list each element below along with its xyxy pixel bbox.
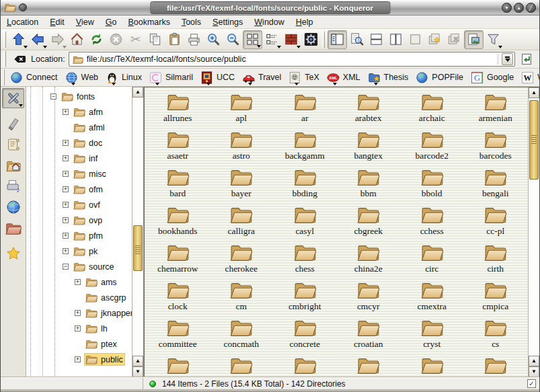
- tree-item-afml[interactable]: afml: [26, 120, 132, 135]
- folder-item-astro[interactable]: astro: [210, 126, 274, 164]
- tree-item-ascgrp[interactable]: ascgrp: [26, 290, 132, 305]
- folder-item-cmbright[interactable]: cmbright: [273, 277, 337, 315]
- tree-item-ams[interactable]: + ams: [26, 274, 132, 290]
- filter-button[interactable]: [484, 30, 503, 49]
- bookmarks-flag-button[interactable]: [2, 114, 24, 134]
- view-scroll-up2-button[interactable]: ▲: [529, 356, 539, 366]
- folder-item-partial[interactable]: [146, 352, 210, 377]
- menu-help[interactable]: Help: [296, 17, 313, 27]
- folder-item-partial[interactable]: [400, 352, 464, 377]
- folder-item-cirth[interactable]: cirth: [464, 239, 528, 277]
- tree-expander[interactable]: +: [63, 109, 69, 115]
- menu-go[interactable]: Go: [106, 17, 117, 27]
- folder-item-partial[interactable]: [273, 352, 337, 377]
- bookmark-linux[interactable]: Linux: [103, 70, 147, 85]
- tree-expander[interactable]: +: [75, 279, 81, 285]
- icon-view-dropdown-caret[interactable]: [257, 45, 261, 48]
- print-button[interactable]: [184, 30, 204, 49]
- folder-item-casyl[interactable]: casyl: [273, 202, 337, 239]
- go-button[interactable]: [518, 51, 535, 67]
- folder-item-cs[interactable]: cs: [464, 315, 528, 352]
- folder-item-bard[interactable]: bard: [146, 164, 210, 202]
- close-button[interactable]: ╱: [526, 3, 536, 13]
- home-button[interactable]: [67, 30, 87, 49]
- folder-item-circ[interactable]: circ: [400, 239, 464, 277]
- tree-expander[interactable]: +: [63, 171, 69, 177]
- tree-scrollbar[interactable]: ▲ ▲ ▼: [132, 87, 143, 377]
- bookbar-drag-handle[interactable]: [3, 69, 5, 85]
- folder-item-allrunes[interactable]: allrunes: [146, 89, 210, 126]
- tree-item-jknappen[interactable]: + jknappen: [26, 305, 132, 321]
- folder-item-chess[interactable]: chess: [273, 239, 337, 277]
- bookmarks-star-button[interactable]: [2, 243, 24, 264]
- folder-item-cchess[interactable]: cchess: [400, 202, 464, 239]
- root-directory-button[interactable]: [2, 218, 24, 238]
- locbar-drag-handle[interactable]: [3, 51, 6, 67]
- window-menu-icon[interactable]: [19, 3, 27, 11]
- up-dropdown-caret[interactable]: [24, 46, 28, 48]
- show-navigation-panel-button[interactable]: [327, 30, 347, 49]
- folder-item-partial[interactable]: [210, 352, 274, 377]
- view-scroll-down-button[interactable]: ▼: [529, 366, 539, 377]
- detail-view-dropdown-caret[interactable]: [297, 46, 301, 48]
- folder-item-cbgreek[interactable]: cbgreek: [337, 202, 401, 239]
- view-scroll-up-button[interactable]: ▲: [529, 87, 539, 98]
- folder-item-arabtex[interactable]: arabtex: [337, 89, 401, 126]
- bookmark-travel[interactable]: Travel: [239, 70, 286, 85]
- toolbar-section-handle[interactable]: [322, 32, 325, 48]
- folder-item-partial[interactable]: [337, 352, 401, 377]
- tree-expander[interactable]: +: [75, 325, 81, 331]
- menu-view[interactable]: View: [76, 17, 94, 27]
- folder-item-cherokee[interactable]: cherokee: [210, 239, 274, 277]
- folder-item-concrete[interactable]: concrete: [273, 315, 337, 352]
- title-bar[interactable]: file:/usr/TeX/texmf-local/fonts/source/p…: [1, 0, 539, 15]
- tree-expander[interactable]: +: [63, 140, 69, 146]
- filter-dropdown-caret[interactable]: [498, 46, 502, 48]
- tree-item-source[interactable]: − source: [26, 259, 132, 274]
- gear-view-button[interactable]: [301, 30, 321, 49]
- bookmark-silmaril[interactable]: Silmaril: [147, 70, 198, 85]
- bookmark-google[interactable]: Google: [468, 70, 518, 85]
- tree-item-ptex[interactable]: ptex: [26, 336, 132, 352]
- folder-item-backgamm[interactable]: backgamm: [273, 126, 337, 164]
- bookmark-wikipedia[interactable]: Wikipedia: [518, 70, 540, 85]
- tree-expander[interactable]: +: [63, 217, 69, 223]
- folder-item-cryst[interactable]: cryst: [400, 315, 464, 352]
- tree-scroll-up-button[interactable]: ▲: [132, 87, 143, 97]
- toolbar-drag-handle[interactable]: [3, 32, 6, 48]
- reload-button[interactable]: [87, 30, 106, 49]
- paste-button[interactable]: [165, 30, 184, 49]
- copy-button[interactable]: [145, 30, 165, 49]
- folder-item-bayer[interactable]: bayer: [210, 164, 274, 202]
- folder-item-cm[interactable]: cm: [210, 277, 274, 315]
- history-button[interactable]: [2, 134, 24, 155]
- location-dropdown-button[interactable]: [502, 53, 513, 65]
- folder-item-ar[interactable]: ar: [273, 89, 337, 126]
- zoom-out-button[interactable]: [223, 30, 243, 49]
- detail-view-button[interactable]: [282, 30, 301, 49]
- tree-expander[interactable]: +: [75, 356, 81, 362]
- folder-item-clock[interactable]: clock: [146, 277, 210, 315]
- tree-expander[interactable]: −: [50, 93, 56, 100]
- tree-item-pfm[interactable]: + pfm: [26, 228, 132, 243]
- folder-item-croatian[interactable]: croatian: [337, 315, 401, 352]
- tree-scroll-thumb[interactable]: [133, 225, 143, 271]
- configure-panel-button[interactable]: [2, 88, 24, 108]
- folder-item-barcode2[interactable]: barcode2: [400, 126, 464, 164]
- tree-item-doc[interactable]: + doc: [26, 135, 132, 151]
- folder-item-china2e[interactable]: china2e: [337, 239, 401, 277]
- folder-item-chemarrow[interactable]: chemarrow: [146, 239, 210, 277]
- folder-item-cc-pl[interactable]: cc-pl: [464, 202, 528, 239]
- location-input[interactable]: [87, 54, 494, 64]
- tree-item-ovp[interactable]: + ovp: [26, 212, 132, 228]
- tree-scroll-up2-button[interactable]: ▲: [132, 356, 143, 366]
- folder-item-barcodes[interactable]: barcodes: [464, 126, 528, 164]
- tree-item-inf[interactable]: + inf: [26, 151, 132, 166]
- tree-expander[interactable]: +: [63, 202, 69, 208]
- folder-item-committee[interactable]: committee: [146, 315, 210, 352]
- menu-location[interactable]: Location: [7, 17, 38, 27]
- menu-edit[interactable]: Edit: [50, 17, 65, 27]
- bookmark-thesis[interactable]: Thesis: [365, 70, 414, 85]
- tree-item-afm[interactable]: + afm: [26, 104, 132, 120]
- menu-window[interactable]: Window: [254, 17, 284, 27]
